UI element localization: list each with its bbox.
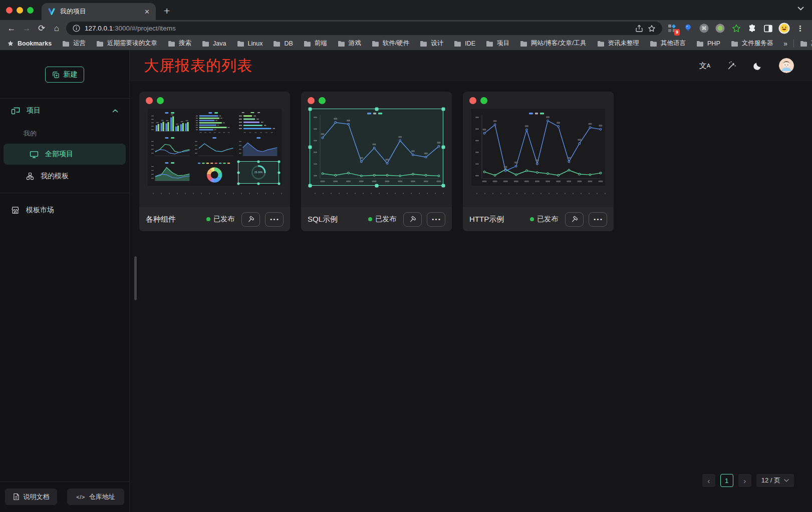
selection-handle[interactable] (442, 108, 445, 111)
main-area: 大屏报表的列表 文A 25.00% (130, 50, 812, 512)
selection-handle[interactable] (309, 146, 312, 149)
selection-handle[interactable] (237, 161, 239, 163)
bookmarks-list: 运营近期需要读的文章搜索JavaLinuxDB前端游戏软件/硬件设计IDE项目网… (62, 39, 773, 48)
edit-project-button[interactable] (241, 212, 260, 227)
bookmark-folder[interactable]: 资讯未整理 (597, 39, 640, 48)
bookmark-folder[interactable]: Linux (237, 39, 263, 48)
new-tab-button[interactable]: + (164, 5, 170, 17)
side-panel-icon[interactable] (762, 23, 774, 34)
selection-handle[interactable] (442, 184, 445, 188)
prev-page-button[interactable]: ‹ (702, 474, 715, 487)
dark-mode-moon-icon[interactable] (753, 61, 762, 71)
maximize-window-button[interactable] (27, 7, 34, 14)
bookmark-folder[interactable]: 运营 (62, 39, 86, 48)
mini-chart-gauge: 25.00% (238, 161, 279, 184)
address-bar[interactable]: 127.0.0.1:3000/#/project/items (66, 22, 662, 35)
more-actions-button[interactable]: ••• (265, 212, 284, 227)
more-actions-button[interactable]: ••• (589, 212, 607, 227)
vertical-scrollbar-thumb[interactable] (134, 256, 137, 300)
user-avatar[interactable] (779, 58, 794, 73)
new-project-button[interactable]: 新建 (45, 67, 84, 83)
bookmark-folder[interactable]: IDE (454, 39, 475, 48)
home-icon[interactable]: ⌂ (49, 22, 64, 36)
selection-handle[interactable] (375, 108, 378, 111)
magic-wand-icon[interactable] (727, 61, 736, 71)
hammer-icon (409, 216, 416, 223)
edit-project-button[interactable] (403, 212, 422, 227)
balloon-extension-icon[interactable] (682, 23, 694, 34)
project-card[interactable]: 25.00% 各种组件 已发布 ••• (139, 92, 290, 231)
tab-search-icon[interactable] (797, 7, 804, 11)
browser-menu-kebab-icon[interactable]: ⋮ (794, 23, 806, 34)
sidebar-item-my-templates[interactable]: 我的模板 (0, 165, 129, 188)
extensions-puzzle-icon[interactable] (746, 23, 758, 34)
url-text[interactable]: 127.0.0.1:3000/#/project/items (85, 25, 176, 32)
bookmark-folder[interactable]: 软件/硬件 (372, 39, 409, 48)
chevron-up-icon[interactable] (112, 109, 118, 113)
selection-handle[interactable] (309, 184, 312, 188)
current-page-button[interactable]: 1 (720, 474, 733, 487)
bookmark-folder[interactable]: 其他语言 (650, 39, 686, 48)
bookmark-folder[interactable]: 前端 (304, 39, 327, 48)
card-title: HTTP示例 (469, 215, 530, 224)
selection-handle[interactable] (278, 161, 281, 163)
project-card[interactable]: HTTP示例 已发布 ••• (463, 92, 614, 231)
bookmark-folder[interactable]: 网站/博客/文章/工具 (520, 39, 586, 48)
bookmark-folder[interactable]: 游戏 (338, 39, 361, 48)
page-size-select[interactable]: 12 / 页 (756, 474, 794, 487)
browser-tab[interactable]: 我的项目 ✕ (42, 3, 156, 20)
selection-handle[interactable] (309, 108, 312, 111)
selection-handle[interactable] (278, 171, 281, 174)
bookmark-folder[interactable]: 设计 (420, 39, 443, 48)
line-chart-preview (310, 109, 443, 186)
bookmark-folder[interactable]: PHP (696, 39, 720, 48)
sidebar: 新建 项目 我的 全部项目 我的模板 模板市场 说明文档 (0, 50, 130, 512)
bookmark-folder[interactable]: 搜索 (168, 39, 191, 48)
minimize-window-button[interactable] (17, 7, 23, 14)
selection-handle[interactable] (442, 146, 445, 149)
bookmark-folder[interactable]: Java (202, 39, 226, 48)
edit-project-button[interactable] (565, 212, 584, 227)
selection-handle[interactable] (278, 183, 281, 185)
tab-group-extension-icon[interactable]: 9 (666, 23, 678, 34)
sidebar-item-all-projects[interactable]: 全部项目 (4, 144, 126, 165)
bookmark-folder[interactable]: 近期需要读的文章 (96, 39, 157, 48)
bookmark-star-icon[interactable] (648, 25, 656, 33)
bookmarks-manager-item[interactable]: Bookmarks (7, 40, 52, 47)
profile-avatar-icon[interactable] (778, 23, 790, 34)
green-star-extension-icon[interactable] (730, 23, 742, 34)
next-page-button[interactable]: › (738, 474, 751, 487)
selection-handle[interactable] (237, 183, 239, 185)
command-extension-icon[interactable]: ⌘ (698, 23, 710, 34)
reload-icon[interactable]: ⟳ (34, 22, 49, 36)
selection-handle[interactable] (257, 183, 259, 185)
back-icon[interactable]: ← (4, 22, 19, 36)
language-icon[interactable]: 文A (699, 61, 710, 71)
forward-icon[interactable]: → (19, 22, 34, 36)
docs-button[interactable]: 说明文档 (5, 488, 57, 505)
site-info-icon[interactable] (73, 25, 80, 32)
goview-favicon (48, 8, 56, 16)
repo-button[interactable]: </> 仓库地址 (67, 488, 124, 505)
card-preview-thumbnail[interactable]: 25.00% (148, 109, 282, 186)
close-window-button[interactable] (6, 7, 13, 14)
sidebar-group-projects[interactable]: 项目 (0, 99, 129, 123)
sidebar-item-template-market[interactable]: 模板市场 (0, 198, 129, 222)
bookmark-folder[interactable]: 项目 (486, 39, 509, 48)
bookmark-folder[interactable]: 文件服务器 (731, 39, 773, 48)
project-card[interactable]: SQL示例 已发布 ••• (301, 92, 452, 231)
templates-icon (26, 172, 34, 180)
selection-handle[interactable] (257, 161, 259, 163)
bookmarks-overflow-chevron[interactable]: » (783, 40, 787, 48)
recorder-extension-icon[interactable] (714, 23, 726, 34)
card-preview-thumbnail[interactable] (471, 109, 605, 186)
tab-close-icon[interactable]: ✕ (144, 9, 150, 15)
other-bookmarks-folder[interactable]: 其他书签 (800, 39, 812, 48)
bookmark-folder[interactable]: DB (273, 39, 293, 48)
card-preview-thumbnail[interactable] (310, 109, 443, 186)
share-icon[interactable] (635, 25, 643, 33)
status-dot (368, 217, 372, 221)
selection-handle[interactable] (237, 171, 239, 174)
selection-handle[interactable] (375, 184, 378, 188)
more-actions-button[interactable]: ••• (427, 212, 445, 227)
